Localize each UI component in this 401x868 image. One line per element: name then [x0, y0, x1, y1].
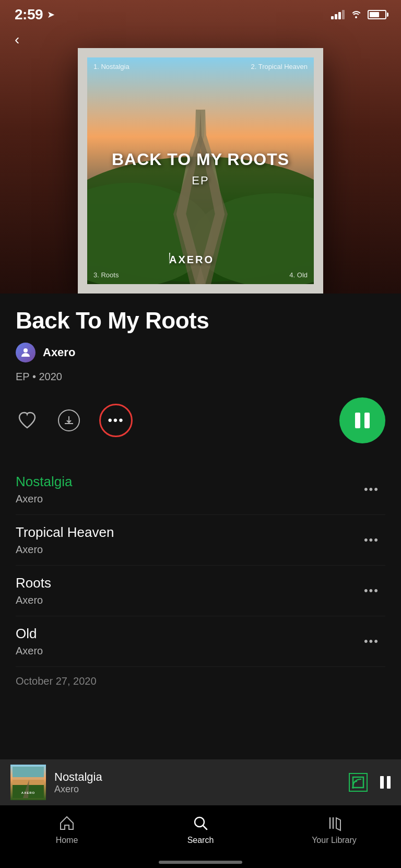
- more-options-button[interactable]: •••: [99, 404, 133, 437]
- download-circle: [58, 409, 80, 431]
- mini-pause-bar-right: [387, 776, 391, 789]
- track-more-button[interactable]: •••: [358, 580, 385, 602]
- track-list: Nostalgia Axero ••• Tropical Heaven Axer…: [16, 464, 385, 691]
- home-label: Home: [56, 836, 78, 845]
- album-artwork-wrapper: 1. Nostalgia 2. Tropical Heaven 3. Roots…: [78, 48, 323, 294]
- main-content: Back To My Roots Axero EP • 2020: [0, 294, 401, 806]
- track-artist: Axero: [16, 493, 358, 505]
- svg-text:AXERO: AXERO: [21, 791, 35, 794]
- album-title: Back To My Roots: [16, 308, 385, 333]
- cast-icon: [351, 775, 365, 790]
- album-artwork-container: 1. Nostalgia 2. Tropical Heaven 3. Roots…: [0, 48, 401, 294]
- pause-icon: [355, 413, 370, 428]
- search-label: Search: [187, 836, 214, 845]
- svg-line-13: [203, 826, 207, 829]
- back-chevron-icon: ‹: [15, 31, 19, 48]
- status-time: 2:59: [15, 6, 43, 23]
- svg-text:AXERO: AXERO: [169, 254, 214, 265]
- location-icon: ➤: [47, 9, 55, 20]
- track-artist: Axero: [16, 594, 358, 606]
- signal-bar-3: [338, 12, 341, 19]
- mini-artwork-svg: AXERO: [13, 767, 44, 798]
- track-name: Old: [16, 626, 358, 642]
- track-name: Roots: [16, 575, 358, 591]
- track-more-button[interactable]: •••: [358, 630, 385, 652]
- play-pause-button[interactable]: [339, 397, 385, 443]
- album-artwork-inner: 1. Nostalgia 2. Tropical Heaven 3. Roots…: [87, 57, 314, 284]
- signal-bar-2: [335, 14, 337, 19]
- artist-name: Axero: [43, 346, 75, 359]
- avatar-placeholder: [16, 343, 36, 362]
- pause-bar-left: [355, 413, 360, 428]
- artist-row[interactable]: Axero: [16, 343, 385, 362]
- mini-artist-name: Axero: [54, 784, 340, 795]
- home-icon-svg: [58, 815, 75, 831]
- mini-pause-bar-left: [380, 776, 384, 789]
- mini-track-info: Nostalgia Axero: [54, 770, 340, 795]
- track-more-button[interactable]: •••: [358, 529, 385, 551]
- mini-track-name: Nostalgia: [54, 770, 340, 784]
- wifi-icon: [350, 9, 362, 21]
- signal-bar-4: [342, 10, 345, 19]
- bottom-nav: Home Search Your Library: [0, 805, 401, 868]
- track-info: Roots Axero: [16, 575, 358, 606]
- three-dots-icon: •••: [108, 414, 124, 427]
- status-icons: [331, 9, 386, 21]
- pause-bar-right: [364, 413, 370, 428]
- track-item[interactable]: Old Axero •••: [16, 616, 385, 667]
- track-item[interactable]: Tropical Heaven Axero •••: [16, 515, 385, 566]
- action-row: •••: [16, 397, 385, 443]
- search-icon-svg: [192, 815, 209, 831]
- mini-album-art-inner: AXERO: [10, 765, 46, 800]
- nav-item-search[interactable]: Search: [134, 814, 267, 845]
- artwork-artist-logo: AXERO: [169, 252, 232, 269]
- signal-bar-1: [331, 16, 334, 19]
- track-artist: Axero: [16, 544, 358, 556]
- track-info: Nostalgia Axero: [16, 474, 358, 505]
- library-icon: [325, 814, 344, 832]
- track-item[interactable]: Roots Axero •••: [16, 566, 385, 616]
- track-info: Tropical Heaven Axero: [16, 524, 358, 556]
- svg-point-5: [23, 348, 28, 353]
- track-name: Tropical Heaven: [16, 524, 358, 541]
- track-name: Nostalgia: [16, 474, 358, 490]
- axero-logo-svg: AXERO: [169, 252, 232, 266]
- home-icon: [57, 814, 76, 832]
- signal-bars: [331, 10, 345, 19]
- mini-controls: [349, 773, 391, 792]
- library-label: Your Library: [312, 836, 357, 845]
- mini-album-art: AXERO: [10, 765, 46, 800]
- svg-point-11: [352, 787, 354, 789]
- mini-pause-button[interactable]: [380, 776, 391, 789]
- cast-button[interactable]: [349, 773, 368, 792]
- release-date: October 27, 2020: [16, 667, 385, 691]
- ep-year: EP • 2020: [16, 371, 385, 383]
- home-indicator: [159, 861, 242, 864]
- artwork-type-text: EP: [192, 174, 209, 187]
- library-icon-svg: [326, 815, 343, 831]
- track-artist: Axero: [16, 645, 358, 657]
- nav-item-library[interactable]: Your Library: [267, 814, 401, 845]
- avatar: [16, 343, 36, 362]
- track-info: Old Axero: [16, 626, 358, 657]
- like-button[interactable]: [16, 409, 39, 432]
- search-icon: [191, 814, 210, 832]
- track-item[interactable]: Nostalgia Axero •••: [16, 464, 385, 515]
- track-more-button[interactable]: •••: [358, 478, 385, 500]
- artwork-title-block: BACK TO MY ROOTS EP: [104, 150, 297, 187]
- artwork-title-text: BACK TO MY ROOTS: [112, 150, 289, 169]
- mini-player[interactable]: AXERO Nostalgia Axero: [0, 759, 401, 805]
- download-button[interactable]: [57, 409, 80, 432]
- nav-item-home[interactable]: Home: [0, 814, 134, 845]
- status-bar: 2:59 ➤: [0, 0, 401, 26]
- battery-icon: [368, 10, 386, 19]
